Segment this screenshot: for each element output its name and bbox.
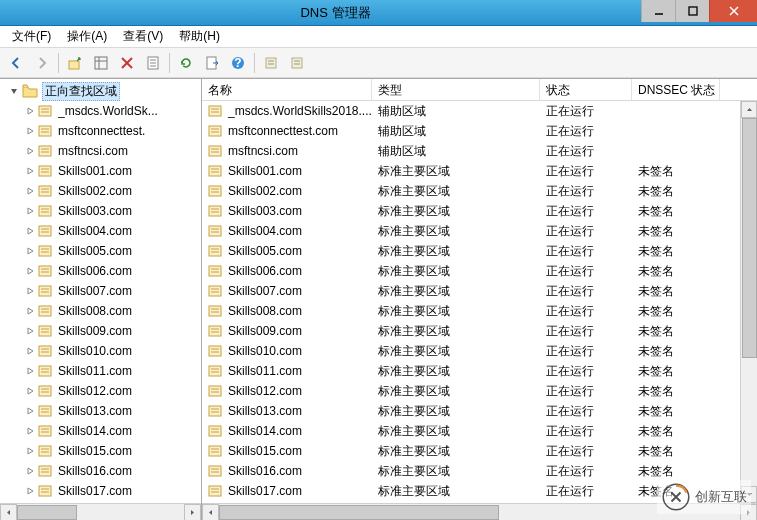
- column-dnssec[interactable]: DNSSEC 状态: [632, 79, 720, 100]
- expand-icon[interactable]: [24, 285, 36, 297]
- tree-body[interactable]: 正向查找区域_msdcs.WorldSk...msftconnecttest.m…: [0, 79, 201, 503]
- show-hide-tree-button[interactable]: [89, 51, 113, 75]
- table-row[interactable]: Skills008.com标准主要区域正在运行未签名: [202, 301, 757, 321]
- scroll-up-button[interactable]: [741, 101, 757, 118]
- expand-icon[interactable]: [24, 145, 36, 157]
- expand-icon[interactable]: [24, 325, 36, 337]
- help-button[interactable]: ?: [226, 51, 250, 75]
- tree-item[interactable]: Skills017.com: [0, 481, 201, 501]
- expand-icon[interactable]: [24, 225, 36, 237]
- scroll-track[interactable]: [17, 504, 184, 521]
- expand-icon[interactable]: [24, 185, 36, 197]
- tree-item[interactable]: Skills006.com: [0, 261, 201, 281]
- tree-item[interactable]: Skills013.com: [0, 401, 201, 421]
- delete-button[interactable]: [115, 51, 139, 75]
- table-row[interactable]: msftncsi.com辅助区域正在运行: [202, 141, 757, 161]
- table-row[interactable]: Skills009.com标准主要区域正在运行未签名: [202, 321, 757, 341]
- tree-item[interactable]: Skills004.com: [0, 221, 201, 241]
- expand-icon[interactable]: [24, 205, 36, 217]
- list-body[interactable]: _msdcs.WorldSkills2018....辅助区域正在运行msftco…: [202, 101, 757, 503]
- tree-item[interactable]: Skills009.com: [0, 321, 201, 341]
- expand-icon[interactable]: [24, 165, 36, 177]
- vertical-scrollbar[interactable]: [740, 101, 757, 503]
- column-name[interactable]: 名称: [202, 79, 372, 100]
- new-zone-button[interactable]: [285, 51, 309, 75]
- expand-icon[interactable]: [24, 405, 36, 417]
- scroll-left-button[interactable]: [0, 504, 17, 521]
- scroll-left-button[interactable]: [202, 504, 219, 520]
- tree-item[interactable]: Skills016.com: [0, 461, 201, 481]
- table-row[interactable]: Skills015.com标准主要区域正在运行未签名: [202, 441, 757, 461]
- expand-icon[interactable]: [24, 365, 36, 377]
- up-level-button[interactable]: [63, 51, 87, 75]
- filter-button[interactable]: [259, 51, 283, 75]
- tree-item[interactable]: Skills015.com: [0, 441, 201, 461]
- expand-icon[interactable]: [24, 125, 36, 137]
- maximize-button[interactable]: [675, 0, 709, 22]
- table-row[interactable]: Skills005.com标准主要区域正在运行未签名: [202, 241, 757, 261]
- tree-item[interactable]: Skills003.com: [0, 201, 201, 221]
- tree-item[interactable]: Skills011.com: [0, 361, 201, 381]
- export-list-button[interactable]: [200, 51, 224, 75]
- tree-item[interactable]: msftncsi.com: [0, 141, 201, 161]
- table-row[interactable]: Skills013.com标准主要区域正在运行未签名: [202, 401, 757, 421]
- expand-icon[interactable]: [24, 105, 36, 117]
- refresh-button[interactable]: [174, 51, 198, 75]
- tree-horizontal-scrollbar[interactable]: [0, 503, 201, 520]
- expand-icon[interactable]: [24, 245, 36, 257]
- expand-icon[interactable]: [24, 265, 36, 277]
- expand-icon[interactable]: [24, 345, 36, 357]
- scroll-thumb[interactable]: [17, 505, 77, 520]
- column-status[interactable]: 状态: [540, 79, 632, 100]
- table-row[interactable]: Skills010.com标准主要区域正在运行未签名: [202, 341, 757, 361]
- scroll-right-button[interactable]: [184, 504, 201, 521]
- table-row[interactable]: msftconnecttest.com辅助区域正在运行: [202, 121, 757, 141]
- tree-item[interactable]: msftconnecttest.: [0, 121, 201, 141]
- table-row[interactable]: Skills001.com标准主要区域正在运行未签名: [202, 161, 757, 181]
- scroll-thumb[interactable]: [219, 505, 499, 520]
- zone-icon: [208, 324, 224, 338]
- svg-rect-116: [209, 306, 221, 316]
- tree-root[interactable]: 正向查找区域: [0, 81, 201, 101]
- table-row[interactable]: Skills006.com标准主要区域正在运行未签名: [202, 261, 757, 281]
- table-row[interactable]: Skills016.com标准主要区域正在运行未签名: [202, 461, 757, 481]
- properties-button[interactable]: [141, 51, 165, 75]
- menu-view[interactable]: 查看(V): [117, 26, 169, 47]
- tree-item-label: Skills010.com: [58, 344, 132, 358]
- tree-item[interactable]: Skills014.com: [0, 421, 201, 441]
- scroll-track[interactable]: [741, 118, 757, 486]
- tree-item[interactable]: Skills007.com: [0, 281, 201, 301]
- tree-item[interactable]: Skills002.com: [0, 181, 201, 201]
- table-row[interactable]: Skills002.com标准主要区域正在运行未签名: [202, 181, 757, 201]
- table-row[interactable]: _msdcs.WorldSkills2018....辅助区域正在运行: [202, 101, 757, 121]
- tree-item-label: Skills017.com: [58, 484, 132, 498]
- forward-button[interactable]: [30, 51, 54, 75]
- menu-action[interactable]: 操作(A): [61, 26, 113, 47]
- table-row[interactable]: Skills012.com标准主要区域正在运行未签名: [202, 381, 757, 401]
- expand-icon[interactable]: [24, 305, 36, 317]
- expand-icon[interactable]: [24, 445, 36, 457]
- tree-item[interactable]: Skills010.com: [0, 341, 201, 361]
- table-row[interactable]: Skills014.com标准主要区域正在运行未签名: [202, 421, 757, 441]
- table-row[interactable]: Skills011.com标准主要区域正在运行未签名: [202, 361, 757, 381]
- tree-item[interactable]: Skills005.com: [0, 241, 201, 261]
- table-row[interactable]: Skills004.com标准主要区域正在运行未签名: [202, 221, 757, 241]
- expand-icon[interactable]: [24, 385, 36, 397]
- table-row[interactable]: Skills007.com标准主要区域正在运行未签名: [202, 281, 757, 301]
- back-button[interactable]: [4, 51, 28, 75]
- expand-icon[interactable]: [24, 425, 36, 437]
- collapse-icon[interactable]: [8, 85, 20, 97]
- tree-item[interactable]: Skills001.com: [0, 161, 201, 181]
- expand-icon[interactable]: [24, 465, 36, 477]
- close-button[interactable]: [709, 0, 757, 22]
- tree-item[interactable]: Skills008.com: [0, 301, 201, 321]
- minimize-button[interactable]: [641, 0, 675, 22]
- scroll-thumb[interactable]: [742, 118, 757, 358]
- expand-icon[interactable]: [24, 485, 36, 497]
- table-row[interactable]: Skills003.com标准主要区域正在运行未签名: [202, 201, 757, 221]
- tree-item[interactable]: _msdcs.WorldSk...: [0, 101, 201, 121]
- menu-help[interactable]: 帮助(H): [173, 26, 226, 47]
- menu-file[interactable]: 文件(F): [6, 26, 57, 47]
- column-type[interactable]: 类型: [372, 79, 540, 100]
- tree-item[interactable]: Skills012.com: [0, 381, 201, 401]
